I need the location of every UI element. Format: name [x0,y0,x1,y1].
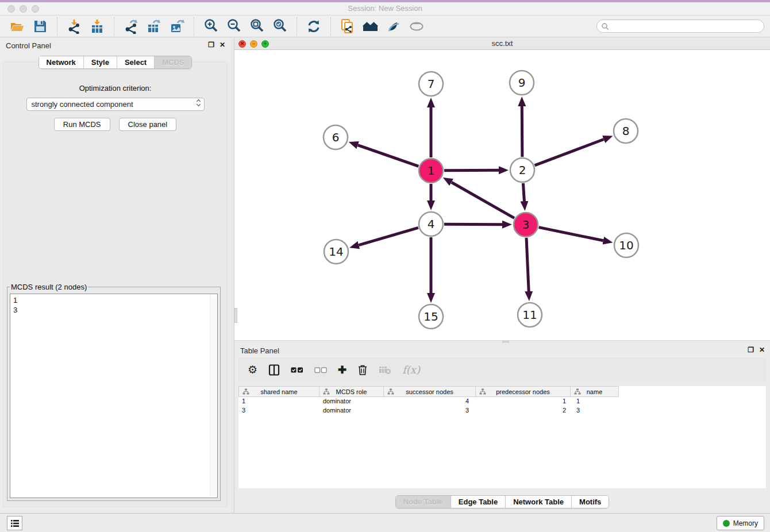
control-panel-title: Control Panel [6,41,51,50]
graph-node-4[interactable]: 4 [419,212,443,236]
task-history-button[interactable] [7,516,22,530]
table-cell[interactable]: dominator [319,406,384,415]
graph-edge-2-3[interactable] [523,183,524,201]
graph-node-2[interactable]: 2 [510,158,534,182]
graph-edge-3-10[interactable] [539,228,603,241]
graph-edge-1-6[interactable] [358,145,419,167]
close-window-button[interactable] [7,5,15,13]
table-settings-icon[interactable]: ⚙ [248,363,257,376]
graph-node-1[interactable]: 1 [419,159,443,183]
zoom-fit-icon[interactable] [248,18,266,35]
search-input[interactable] [609,22,760,31]
vertical-splitter[interactable] [230,38,234,513]
refresh-icon[interactable] [305,18,323,35]
zoom-out-icon[interactable] [225,18,243,35]
network-minimize-button[interactable]: − [250,40,257,48]
show-hide-icon[interactable] [407,18,426,35]
minimize-window-button[interactable] [20,5,27,13]
export-table-icon[interactable] [145,18,163,35]
tab-motifs[interactable]: Motifs [571,496,609,508]
right-column: ✕ − + scc.txt 7968124314101511 Table Pan… [234,38,770,513]
graph-node-14[interactable]: 14 [324,240,348,264]
home-icon[interactable] [361,18,380,35]
select-all-columns-icon[interactable] [291,367,303,373]
memory-button[interactable]: Memory [717,516,764,530]
network-zoom-button[interactable]: + [261,40,269,48]
zoom-in-icon[interactable] [202,18,220,35]
graph-edge-1-2[interactable] [444,170,499,171]
control-panel-close-icon[interactable]: ✕ [220,41,225,49]
open-file-icon[interactable] [8,18,26,35]
export-image-icon[interactable] [168,18,186,35]
network-from-selection-icon[interactable] [338,18,357,35]
graph-node-8[interactable]: 8 [614,119,638,143]
tab-network-table[interactable]: Network Table [505,496,571,508]
graph-edge-3-11[interactable] [526,238,529,291]
column-header-predecessor-nodes[interactable]: predecessor nodes [476,386,571,397]
column-header-MCDS-role[interactable]: MCDS role [319,386,384,397]
style-preview-icon[interactable] [384,18,403,35]
table-row[interactable]: 1dominator411 [238,397,766,406]
show-columns-icon[interactable] [268,364,280,376]
export-network-icon[interactable] [122,18,140,35]
column-header-name[interactable]: name [571,386,619,397]
unselect-all-columns-icon[interactable] [314,367,327,373]
zoom-window-button[interactable] [32,5,39,13]
splitter-handle[interactable] [234,308,237,323]
table-panel-float-icon[interactable]: ❐ [748,346,754,354]
graph-edge-4-14[interactable] [359,228,418,245]
graph-node-10[interactable]: 10 [614,233,638,257]
create-column-icon[interactable]: ✚ [338,364,346,376]
mcds-result-text[interactable]: 13 [10,294,218,498]
tab-style[interactable]: Style [83,56,117,68]
import-table-icon[interactable] [88,18,106,35]
table-cell[interactable]: 1 [476,397,571,406]
table-cell[interactable]: 3 [384,406,476,415]
tab-mcds[interactable]: MCDS [154,56,191,68]
graph-edge-2-8[interactable] [535,139,604,165]
tab-node-table[interactable]: Node Table [396,496,451,508]
save-session-icon[interactable] [31,18,49,35]
graph-node-15[interactable]: 15 [419,304,443,329]
graph-node-9[interactable]: 9 [510,71,534,95]
zoom-selected-icon[interactable] [271,18,289,35]
graph-edge-3-1[interactable] [452,182,514,218]
close-panel-button[interactable]: Close panel [119,118,177,131]
graph-node-7[interactable]: 7 [419,72,443,96]
node-label: 4 [428,217,435,231]
table-cell[interactable]: 4 [384,397,476,406]
import-network-icon[interactable] [65,18,83,35]
run-mcds-button[interactable]: Run MCDS [54,118,110,131]
search-box[interactable] [596,20,764,33]
table-cell[interactable]: 1 [238,397,319,406]
graph-edge-2-9[interactable] [522,106,522,157]
result-scrollbar[interactable] [210,295,217,497]
network-close-button[interactable]: ✕ [238,40,246,48]
optimization-criterion-select[interactable]: strongly connected component [26,98,205,111]
table-cell[interactable]: 2 [476,406,571,415]
table-panel-close-icon[interactable]: ✕ [759,346,765,354]
table-toolbar: ⚙ ✚ f(x) [238,358,766,381]
graph-node-11[interactable]: 11 [518,303,542,327]
delete-column-icon[interactable] [357,364,368,376]
table-cell[interactable]: 3 [571,406,619,415]
window-controls[interactable] [7,5,39,13]
graph-edge-4-3[interactable] [444,224,502,225]
column-header-successor-nodes[interactable]: successor nodes [384,386,476,397]
node-label: 1 [428,164,435,178]
tab-network[interactable]: Network [39,56,83,68]
graph-node-3[interactable]: 3 [514,213,538,237]
session-title: Session: New Session [0,2,770,15]
table-cell[interactable]: 3 [238,406,319,415]
tab-edge-table[interactable]: Edge Table [451,496,505,508]
network-canvas[interactable]: 7968124314101511 [234,50,770,340]
table-row[interactable]: 3dominator323 [238,406,766,415]
column-header-shared-name[interactable]: shared name [238,386,319,397]
graph-node-6[interactable]: 6 [324,125,348,149]
tab-select[interactable]: Select [117,56,154,68]
table-cell[interactable]: 1 [571,397,619,406]
control-panel-float-icon[interactable]: ❐ [208,41,214,49]
node-label: 7 [428,77,435,91]
toolbar-separator [330,17,331,36]
table-cell[interactable]: dominator [319,397,384,406]
